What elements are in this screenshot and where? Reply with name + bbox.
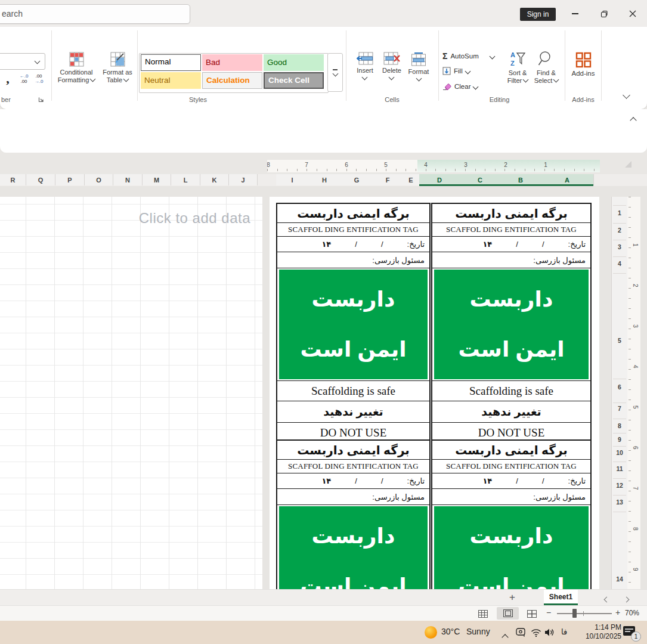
- left-page[interactable]: Click to add data: [0, 197, 262, 589]
- style-neutral[interactable]: Neutral: [141, 72, 201, 89]
- tag-subtitle[interactable]: SCAFFOL DING ENTIFICATION TAG: [432, 223, 590, 237]
- row-header[interactable]: 14: [612, 575, 627, 583]
- insert-cells-button[interactable]: Insert: [352, 52, 377, 82]
- tag-subtitle[interactable]: SCAFFOL DING ENTIFICATION TAG: [277, 223, 429, 237]
- column-header[interactable]: H: [308, 174, 341, 185]
- row-header[interactable]: 9: [612, 436, 627, 443]
- tag-title[interactable]: برگه ایمنی داربست: [432, 204, 590, 223]
- style-normal[interactable]: Normal: [141, 54, 201, 71]
- row-header[interactable]: 5: [612, 337, 627, 344]
- column-header[interactable]: R: [0, 174, 26, 185]
- row-header[interactable]: 2: [612, 227, 627, 234]
- column-header[interactable]: M: [143, 174, 171, 185]
- sign-in-button[interactable]: Sign in: [520, 8, 556, 21]
- row-header[interactable]: 4: [612, 260, 627, 267]
- tag-date-row[interactable]: تاریخ://۱۴: [277, 473, 429, 489]
- normal-view-button[interactable]: [478, 610, 488, 618]
- zoom-in-button[interactable]: +: [615, 608, 620, 617]
- wifi-tray-icon[interactable]: [531, 628, 541, 637]
- style-calculation[interactable]: Calculation: [202, 72, 262, 89]
- tag-no-change[interactable]: تغییر ندهید: [432, 401, 590, 423]
- tag-title[interactable]: برگه ایمنی داربست: [277, 441, 429, 460]
- row-header[interactable]: 11: [612, 465, 627, 472]
- fill-button[interactable]: Fill: [442, 67, 470, 75]
- page-layout-view-button[interactable]: [497, 607, 519, 620]
- tag-green-block[interactable]: داربست ایمن است: [279, 506, 428, 589]
- decrease-decimal-button[interactable]: .00→.0: [32, 71, 46, 86]
- tag-inspector-row[interactable]: مسئول بازرسی:: [277, 489, 429, 505]
- zoom-slider-track[interactable]: [557, 613, 612, 614]
- clear-button[interactable]: Clear: [442, 82, 478, 91]
- column-header[interactable]: L: [171, 174, 200, 185]
- tag-inspector-row[interactable]: مسئول بازرسی:: [432, 489, 590, 505]
- tag-subtitle[interactable]: SCAFFOL DING ENTIFICATION TAG: [277, 460, 429, 473]
- style-check-cell[interactable]: Check Cell: [264, 72, 324, 89]
- tag-safe-en[interactable]: Scaffolding is safe: [277, 380, 429, 401]
- column-header[interactable]: I: [276, 174, 309, 185]
- page-break-view-button[interactable]: [527, 610, 537, 618]
- tag-title[interactable]: برگه ایمنی داربست: [277, 204, 429, 223]
- minimize-button[interactable]: [565, 6, 584, 21]
- zoom-slider-handle[interactable]: [572, 609, 577, 618]
- column-header[interactable]: E: [403, 174, 420, 185]
- row-header[interactable]: 1: [612, 209, 627, 216]
- column-header[interactable]: J: [229, 174, 258, 185]
- column-header[interactable]: G: [340, 174, 373, 185]
- search-input[interactable]: earch: [0, 4, 190, 24]
- click-to-add-data-placeholder[interactable]: Click to add data: [139, 210, 250, 227]
- clock[interactable]: 1:14 PM 10/10/2025: [572, 623, 621, 641]
- tag-date-row[interactable]: تاریخ://۱۴: [277, 237, 429, 252]
- delete-cells-button[interactable]: Delete: [379, 52, 404, 82]
- zoom-level[interactable]: 70%: [625, 609, 639, 617]
- row-header[interactable]: 10: [612, 449, 627, 456]
- scroll-up-button[interactable]: [631, 114, 636, 125]
- row-header[interactable]: 8: [612, 422, 627, 429]
- taskbar-weather-condition[interactable]: Sunny: [466, 627, 490, 636]
- addins-button[interactable]: Add-ins: [568, 52, 599, 78]
- row-header[interactable]: 7: [612, 405, 627, 412]
- conditional-formatting-button[interactable]: ConditionalFormatting: [55, 52, 98, 84]
- tag-subtitle[interactable]: SCAFFOL DING ENTIFICATION TAG: [432, 460, 590, 473]
- weather-sun-icon[interactable]: [425, 626, 437, 639]
- column-header[interactable]: N: [113, 174, 143, 185]
- language-indicator[interactable]: فا: [561, 627, 567, 636]
- tag-green-block[interactable]: داربست ایمن است: [279, 270, 428, 379]
- zoom-out-button[interactable]: −: [546, 608, 551, 617]
- style-good[interactable]: Good: [264, 54, 324, 71]
- close-button[interactable]: [623, 6, 642, 21]
- collapse-ribbon-button[interactable]: [624, 91, 629, 101]
- new-sheet-button[interactable]: +: [506, 591, 519, 604]
- tag-inspector-row[interactable]: مسئول بازرسی:: [432, 252, 590, 268]
- tag-safe-en[interactable]: Scaffolding is safe: [432, 380, 590, 401]
- comma-style-button[interactable]: ,: [1, 71, 14, 91]
- column-header[interactable]: Q: [26, 174, 55, 185]
- row-header[interactable]: 12: [612, 482, 627, 489]
- tray-expand-button[interactable]: [503, 631, 507, 642]
- tag-no-change[interactable]: تغییر ندهید: [277, 401, 429, 423]
- number-format-select[interactable]: [0, 53, 45, 70]
- styles-gallery-more-button[interactable]: [327, 53, 343, 92]
- taskbar-temperature[interactable]: 30°C: [441, 627, 460, 636]
- format-cells-button[interactable]: Format: [405, 52, 432, 83]
- row-header[interactable]: 13: [612, 499, 627, 506]
- tag-green-block[interactable]: داربست ایمن است: [434, 506, 589, 589]
- column-header[interactable]: K: [200, 174, 229, 185]
- column-header[interactable]: O: [85, 174, 113, 185]
- tag-inspector-row[interactable]: مسئول بازرسی:: [277, 252, 429, 268]
- increase-decimal-button[interactable]: ←.0.00: [17, 71, 31, 86]
- autosum-button[interactable]: Σ AutoSum: [442, 51, 494, 61]
- next-sheet-button[interactable]: [624, 595, 629, 605]
- tag-green-block[interactable]: داربست ایمن است: [434, 270, 589, 379]
- camera-tray-icon[interactable]: [516, 628, 527, 637]
- format-as-table-button[interactable]: Format asTable: [99, 52, 136, 84]
- tag-date-row[interactable]: تاریخ://۱۴: [432, 473, 590, 489]
- select-all-corner[interactable]: [625, 161, 631, 168]
- restore-button[interactable]: [595, 6, 614, 21]
- row-header[interactable]: 6: [612, 383, 627, 391]
- sheet-tab-active[interactable]: Sheet1: [544, 590, 578, 605]
- column-header[interactable]: P: [55, 174, 85, 185]
- column-header[interactable]: F: [373, 174, 403, 185]
- style-bad[interactable]: Bad: [202, 54, 262, 71]
- prev-sheet-button[interactable]: [605, 595, 609, 605]
- tag-title[interactable]: برگه ایمنی داربست: [432, 441, 590, 460]
